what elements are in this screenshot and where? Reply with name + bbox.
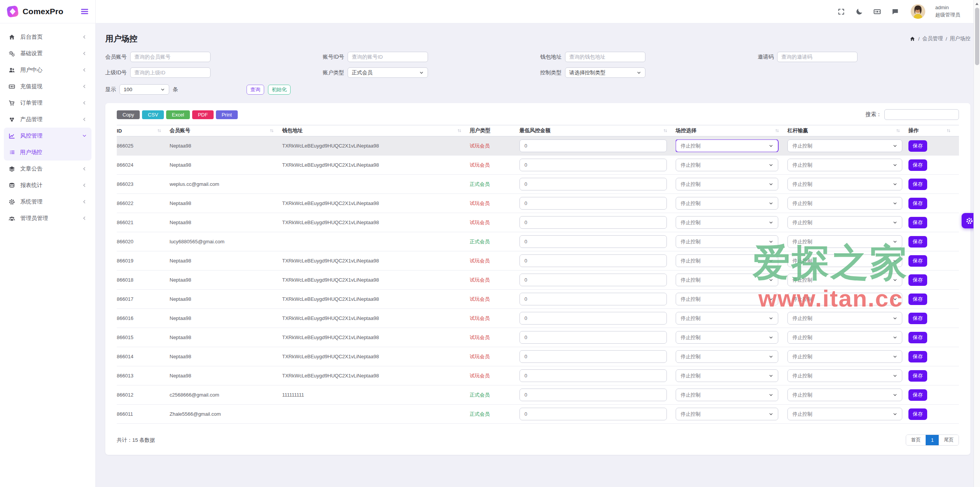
- query-button[interactable]: 查询: [247, 85, 264, 95]
- sidebar-item-recharge[interactable]: 充值提现: [4, 78, 91, 95]
- sidebar-item-dashboard[interactable]: 后台首页: [4, 29, 91, 45]
- account-id-input[interactable]: [348, 52, 428, 62]
- min-risk-amount-input[interactable]: [519, 408, 667, 420]
- scene-control-select[interactable]: 停止控制: [676, 178, 778, 190]
- min-risk-amount-input[interactable]: [519, 197, 667, 210]
- save-button[interactable]: 保存: [908, 313, 927, 324]
- scene-control-select[interactable]: 停止控制: [676, 293, 778, 305]
- sidebar-item-basic-settings[interactable]: 基础设置: [4, 45, 91, 62]
- column-header[interactable]: 最低风控金额: [519, 127, 676, 134]
- min-risk-amount-input[interactable]: [519, 389, 667, 401]
- sidebar-item-admins[interactable]: 管理员管理: [4, 210, 91, 226]
- sidebar-item-system[interactable]: 系统管理: [4, 193, 91, 210]
- sort-icon[interactable]: [895, 128, 901, 133]
- min-risk-amount-input[interactable]: [519, 350, 667, 363]
- pagination-page-1[interactable]: 1: [926, 435, 939, 445]
- save-button[interactable]: 保存: [908, 408, 927, 420]
- column-header[interactable]: ID: [117, 128, 170, 134]
- lever-control-select[interactable]: 停止控制: [787, 235, 902, 248]
- save-button[interactable]: 保存: [908, 389, 927, 401]
- save-button[interactable]: 保存: [908, 217, 927, 228]
- lever-control-select[interactable]: 停止控制: [787, 350, 902, 363]
- scene-control-select[interactable]: 停止控制: [676, 159, 778, 171]
- save-button[interactable]: 保存: [908, 179, 927, 190]
- column-header[interactable]: 会员账号: [170, 127, 282, 134]
- sidebar-item-articles[interactable]: 文章公告: [4, 161, 91, 177]
- save-button[interactable]: 保存: [908, 332, 927, 343]
- save-button[interactable]: 保存: [908, 140, 927, 152]
- lever-control-select[interactable]: 停止控制: [787, 389, 902, 401]
- min-risk-amount-input[interactable]: [519, 331, 667, 344]
- hamburger-menu-icon[interactable]: [80, 7, 89, 16]
- scene-control-select[interactable]: 停止控制: [676, 235, 778, 248]
- save-button[interactable]: 保存: [908, 159, 927, 171]
- sort-icon[interactable]: [946, 128, 951, 133]
- min-risk-amount-input[interactable]: [519, 369, 667, 382]
- parent-id-input[interactable]: [130, 67, 211, 78]
- sort-icon[interactable]: [269, 128, 274, 133]
- display-count-select[interactable]: 100: [119, 84, 169, 95]
- column-header[interactable]: 场控选择: [676, 127, 787, 134]
- account-type-select[interactable]: 正式会员: [348, 67, 428, 78]
- sidebar-item-user-scene[interactable]: 用户场控: [4, 144, 91, 161]
- sidebar-item-products[interactable]: 产品管理: [4, 111, 91, 128]
- lever-control-select[interactable]: 停止控制: [787, 139, 902, 152]
- scrollbar[interactable]: [973, 0, 980, 487]
- min-risk-amount-input[interactable]: [519, 274, 667, 286]
- avatar[interactable]: [911, 4, 925, 19]
- column-header[interactable]: 杠杆输赢: [787, 127, 908, 134]
- lever-control-select[interactable]: 停止控制: [787, 274, 902, 286]
- pagination-last[interactable]: 尾页: [939, 435, 959, 445]
- min-risk-amount-input[interactable]: [519, 293, 667, 305]
- sort-icon[interactable]: [774, 128, 780, 133]
- sidebar-item-risk-control[interactable]: 风控管理: [4, 128, 91, 144]
- scene-control-select[interactable]: 停止控制: [676, 408, 778, 420]
- control-type-select[interactable]: 请选择控制类型: [565, 67, 645, 78]
- sidebar-item-orders[interactable]: 订单管理: [4, 95, 91, 111]
- sidebar-item-reports[interactable]: 报表统计: [4, 177, 91, 193]
- min-risk-amount-input[interactable]: [519, 254, 667, 267]
- home-icon[interactable]: [910, 36, 915, 42]
- scrollbar-thumb[interactable]: [975, 8, 979, 65]
- lever-control-select[interactable]: 停止控制: [787, 293, 902, 305]
- dark-mode-moon-icon[interactable]: [855, 8, 863, 16]
- scene-control-select[interactable]: 停止控制: [676, 312, 778, 325]
- lever-control-select[interactable]: 停止控制: [787, 178, 902, 190]
- chat-icon[interactable]: [891, 8, 899, 16]
- lever-control-select[interactable]: 停止控制: [787, 408, 902, 420]
- excel-export-button[interactable]: Excel: [166, 110, 190, 119]
- min-risk-amount-input[interactable]: [519, 159, 667, 171]
- sort-icon[interactable]: [663, 128, 668, 133]
- lever-control-select[interactable]: 停止控制: [787, 312, 902, 325]
- lever-control-select[interactable]: 停止控制: [787, 254, 902, 267]
- lever-control-select[interactable]: 停止控制: [787, 159, 902, 171]
- min-risk-amount-input[interactable]: [519, 312, 667, 325]
- lever-control-select[interactable]: 停止控制: [787, 216, 902, 229]
- invite-code-input[interactable]: [777, 52, 858, 62]
- sidebar-item-user-center[interactable]: 用户中心: [4, 62, 91, 78]
- column-header[interactable]: 操作: [908, 127, 959, 134]
- save-button[interactable]: 保存: [908, 236, 927, 248]
- save-button[interactable]: 保存: [908, 294, 927, 305]
- lever-control-select[interactable]: 停止控制: [787, 197, 902, 210]
- member-account-input[interactable]: [130, 52, 211, 62]
- sort-icon[interactable]: [157, 128, 162, 133]
- breadcrumb-member-management[interactable]: 会员管理: [922, 35, 943, 42]
- lever-control-select[interactable]: 停止控制: [787, 331, 902, 344]
- save-button[interactable]: 保存: [908, 255, 927, 267]
- save-button[interactable]: 保存: [908, 351, 927, 362]
- reset-button[interactable]: 初始化: [268, 85, 291, 95]
- scene-control-select[interactable]: 停止控制: [676, 389, 778, 401]
- scene-control-select[interactable]: 停止控制: [676, 331, 778, 344]
- fullscreen-icon[interactable]: [837, 8, 845, 16]
- money-icon[interactable]: [873, 8, 881, 16]
- copy-export-button[interactable]: Copy: [117, 110, 140, 119]
- min-risk-amount-input[interactable]: [519, 216, 667, 229]
- scene-control-select[interactable]: 停止控制: [676, 216, 778, 229]
- sort-icon[interactable]: [457, 128, 462, 133]
- min-risk-amount-input[interactable]: [519, 178, 667, 190]
- pdf-export-button[interactable]: PDF: [192, 110, 214, 119]
- print-export-button[interactable]: Print: [216, 110, 238, 119]
- min-risk-amount-input[interactable]: [519, 139, 667, 152]
- scene-control-select[interactable]: 停止控制: [676, 369, 778, 382]
